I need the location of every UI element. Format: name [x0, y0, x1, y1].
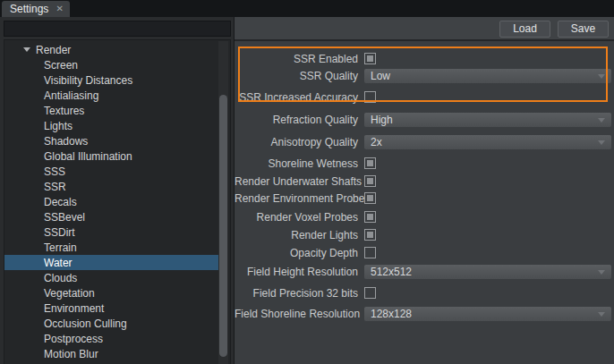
chevron-down-icon [598, 74, 605, 79]
tree-scrollbar-thumb[interactable] [219, 95, 227, 357]
setting-row: SSR Enabled [235, 52, 614, 66]
setting-label: Render Voxel Probes [235, 210, 358, 224]
tab-settings[interactable]: Settings ✕ [2, 1, 70, 17]
tree-item-terrain[interactable]: Terrain [4, 240, 218, 255]
setting-label: Shoreline Wetness [235, 157, 358, 171]
render-underwater-shafts-checkbox[interactable] [364, 175, 376, 187]
settings-tree: Render Screen Visibility Distances Antia… [4, 39, 231, 364]
render-voxel-probes-checkbox[interactable] [364, 211, 376, 223]
settings-window: Settings ✕ Render Screen Visibility Dist… [0, 0, 614, 364]
collapse-arrow-icon[interactable] [23, 47, 30, 52]
tree-item-lights[interactable]: Lights [4, 118, 218, 133]
opacity-depth-checkbox[interactable] [364, 247, 376, 258]
field-precision-32-bits-checkbox[interactable] [364, 287, 376, 299]
setting-row: Render Environment Probes [235, 191, 614, 206]
dropdown-value: 128x128 [371, 308, 412, 320]
chevron-down-icon [598, 270, 605, 275]
dropdown-value: High [371, 114, 393, 126]
tree-item-environment[interactable]: Environment [4, 301, 218, 316]
setting-row: Render Voxel Probes [235, 210, 614, 224]
ssr-increased-accuracy-checkbox[interactable] [364, 91, 376, 103]
dropdown-value: Low [371, 70, 390, 82]
setting-row: Field Shoreline Resolution 128x128 [235, 307, 614, 321]
setting-label: SSR Enabled [235, 52, 358, 66]
tree-item-textures[interactable]: Textures [4, 103, 218, 118]
tree-item-occlusion-culling[interactable]: Occlusion Culling [4, 316, 218, 331]
setting-row: Anisotropy Quality 2x [235, 135, 614, 149]
setting-row: Shoreline Wetness [235, 157, 614, 171]
setting-row: SSR Increased Accuracy [235, 90, 614, 105]
ssr-quality-dropdown[interactable]: Low [364, 69, 611, 83]
load-button[interactable]: Load [499, 21, 550, 38]
tree-item-visibility-distances[interactable]: Visibility Distances [4, 72, 218, 88]
render-environment-probes-checkbox[interactable] [364, 192, 376, 204]
tree-scrollbar[interactable] [218, 41, 228, 364]
tab-title: Settings [10, 3, 48, 15]
setting-label: Field Shoreline Resolution [235, 307, 358, 321]
tree-item-ssdirt[interactable]: SSDirt [4, 224, 218, 240]
tree-item-screen[interactable]: Screen [4, 57, 218, 72]
tab-bar: Settings ✕ [0, 0, 614, 17]
dropdown-value: 512x512 [371, 266, 412, 278]
field-height-resolution-dropdown[interactable]: 512x512 [364, 265, 611, 279]
tree-item-motion-blur[interactable]: Motion Blur [4, 346, 218, 361]
tree-item-clouds[interactable]: Clouds [4, 270, 218, 285]
setting-label: SSR Increased Accuracy [235, 90, 358, 105]
ssr-enabled-checkbox[interactable] [364, 53, 376, 64]
setting-row: Field Height Resolution 512x512 [235, 265, 614, 279]
setting-row: Render Underwater Shafts [235, 174, 614, 189]
tree-item-postprocess[interactable]: Postprocess [4, 331, 218, 346]
setting-row: Render Lights [235, 228, 614, 242]
chevron-down-icon [598, 312, 605, 317]
setting-label: Field Height Resolution [235, 265, 358, 279]
close-icon[interactable]: ✕ [56, 4, 64, 13]
render-lights-checkbox[interactable] [364, 229, 376, 241]
setting-row: Refraction Quality High [235, 113, 614, 127]
tree-item-antialiasing[interactable]: Antialiasing [4, 88, 218, 103]
tree-item-vegetation[interactable]: Vegetation [4, 285, 218, 301]
setting-row: Field Precision 32 bits [235, 286, 614, 301]
tree-item-sss[interactable]: SSS [4, 164, 218, 179]
sidebar: Render Screen Visibility Distances Antia… [0, 17, 234, 364]
tree-item-render[interactable]: Render [4, 42, 218, 57]
setting-label: Render Environment Probes [235, 191, 358, 206]
tree-item-shadows[interactable]: Shadows [4, 133, 218, 148]
settings-panel: Load Save SSR Enabled SSR Quality Low SS… [235, 17, 614, 364]
shoreline-wetness-checkbox[interactable] [364, 157, 376, 169]
panel-header: Load Save [235, 17, 614, 41]
chevron-down-icon [598, 118, 605, 123]
setting-label: SSR Quality [235, 69, 358, 83]
setting-label: Render Lights [235, 228, 358, 242]
setting-label: Refraction Quality [235, 113, 358, 127]
sidebar-filter-input[interactable] [4, 21, 231, 37]
refraction-quality-dropdown[interactable]: High [364, 113, 611, 127]
tree-item-global-illumination[interactable]: Global Illumination [4, 148, 218, 164]
anisotropy-quality-dropdown[interactable]: 2x [364, 135, 611, 149]
setting-row: Opacity Depth [235, 246, 614, 260]
setting-label: Render Underwater Shafts [235, 174, 358, 189]
tree-item-ssr[interactable]: SSR [4, 179, 218, 194]
setting-label: Opacity Depth [235, 246, 358, 260]
tree-item-decals[interactable]: Decals [4, 194, 218, 209]
field-shoreline-resolution-dropdown[interactable]: 128x128 [364, 307, 611, 321]
setting-label: Field Precision 32 bits [235, 286, 358, 301]
tree-item-ssbevel[interactable]: SSBevel [4, 209, 218, 224]
setting-row: SSR Quality Low [235, 69, 614, 83]
dropdown-value: 2x [371, 136, 382, 148]
save-button[interactable]: Save [558, 21, 609, 38]
setting-label: Anisotropy Quality [235, 135, 358, 149]
chevron-down-icon [598, 140, 605, 145]
tree-item-water[interactable]: Water [4, 255, 218, 270]
